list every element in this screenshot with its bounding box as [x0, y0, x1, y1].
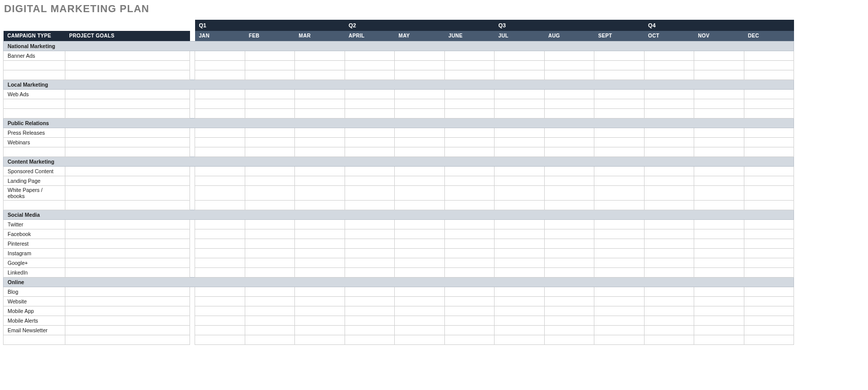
- cell-month[interactable]: [195, 316, 245, 325]
- cell-month[interactable]: [495, 60, 545, 70]
- cell-month[interactable]: [345, 219, 395, 229]
- cell-month[interactable]: [345, 267, 395, 277]
- cell-month[interactable]: [245, 258, 295, 267]
- cell-month[interactable]: [395, 128, 445, 137]
- cell-month[interactable]: [395, 316, 445, 325]
- cell-month[interactable]: [245, 89, 295, 99]
- cell-month[interactable]: [544, 219, 594, 229]
- cell-month[interactable]: [245, 267, 295, 277]
- cell-month[interactable]: [345, 335, 395, 344]
- cell-month[interactable]: [295, 166, 345, 176]
- cell-month[interactable]: [694, 70, 744, 80]
- cell-month[interactable]: [395, 335, 445, 344]
- cell-month[interactable]: [644, 89, 694, 99]
- cell-month[interactable]: [495, 99, 545, 108]
- cell-month[interactable]: [195, 335, 245, 344]
- cell-month[interactable]: [495, 239, 545, 248]
- cell-campaign-type[interactable]: Instagram: [4, 248, 65, 258]
- cell-month[interactable]: [444, 147, 495, 157]
- cell-month[interactable]: [594, 219, 645, 229]
- cell-month[interactable]: [495, 51, 545, 60]
- cell-month[interactable]: [245, 287, 295, 296]
- cell-project-goals[interactable]: [65, 335, 190, 344]
- cell-month[interactable]: [395, 166, 445, 176]
- cell-month[interactable]: [345, 229, 395, 239]
- cell-month[interactable]: [444, 51, 495, 60]
- cell-campaign-type[interactable]: [4, 60, 65, 70]
- cell-month[interactable]: [644, 316, 694, 325]
- cell-month[interactable]: [295, 147, 345, 157]
- cell-month[interactable]: [295, 185, 345, 200]
- cell-month[interactable]: [195, 137, 245, 147]
- cell-month[interactable]: [544, 89, 594, 99]
- cell-project-goals[interactable]: [65, 248, 190, 258]
- cell-project-goals[interactable]: [65, 296, 190, 306]
- cell-month[interactable]: [345, 287, 395, 296]
- cell-month[interactable]: [195, 248, 245, 258]
- cell-month[interactable]: [245, 60, 295, 70]
- cell-month[interactable]: [195, 287, 245, 296]
- cell-month[interactable]: [195, 176, 245, 185]
- cell-month[interactable]: [444, 296, 495, 306]
- cell-month[interactable]: [444, 306, 495, 316]
- cell-month[interactable]: [744, 248, 794, 258]
- cell-project-goals[interactable]: [65, 99, 190, 108]
- cell-month[interactable]: [544, 306, 594, 316]
- cell-month[interactable]: [345, 137, 395, 147]
- cell-month[interactable]: [495, 258, 545, 267]
- cell-month[interactable]: [395, 108, 445, 118]
- cell-month[interactable]: [395, 70, 445, 80]
- cell-campaign-type[interactable]: [4, 70, 65, 80]
- cell-month[interactable]: [744, 306, 794, 316]
- cell-campaign-type[interactable]: Mobile Alerts: [4, 316, 65, 325]
- cell-month[interactable]: [594, 176, 645, 185]
- cell-project-goals[interactable]: [65, 219, 190, 229]
- cell-month[interactable]: [245, 306, 295, 316]
- cell-month[interactable]: [495, 147, 545, 157]
- cell-month[interactable]: [395, 60, 445, 70]
- cell-month[interactable]: [544, 51, 594, 60]
- cell-month[interactable]: [345, 166, 395, 176]
- cell-month[interactable]: [345, 147, 395, 157]
- cell-month[interactable]: [744, 239, 794, 248]
- cell-month[interactable]: [744, 147, 794, 157]
- cell-month[interactable]: [744, 200, 794, 210]
- cell-month[interactable]: [245, 325, 295, 335]
- cell-month[interactable]: [295, 229, 345, 239]
- cell-month[interactable]: [195, 258, 245, 267]
- cell-month[interactable]: [245, 176, 295, 185]
- cell-month[interactable]: [245, 248, 295, 258]
- cell-month[interactable]: [195, 128, 245, 137]
- cell-month[interactable]: [594, 147, 645, 157]
- cell-month[interactable]: [395, 89, 445, 99]
- cell-campaign-type[interactable]: Landing Page: [4, 176, 65, 185]
- cell-month[interactable]: [544, 287, 594, 296]
- cell-month[interactable]: [295, 325, 345, 335]
- cell-month[interactable]: [444, 137, 495, 147]
- cell-month[interactable]: [544, 316, 594, 325]
- cell-month[interactable]: [744, 219, 794, 229]
- cell-month[interactable]: [195, 108, 245, 118]
- cell-campaign-type[interactable]: Mobile App: [4, 306, 65, 316]
- cell-campaign-type[interactable]: LinkedIn: [4, 267, 65, 277]
- cell-project-goals[interactable]: [65, 60, 190, 70]
- cell-month[interactable]: [594, 296, 645, 306]
- cell-month[interactable]: [444, 267, 495, 277]
- cell-month[interactable]: [594, 287, 645, 296]
- cell-month[interactable]: [345, 185, 395, 200]
- cell-month[interactable]: [644, 70, 694, 80]
- cell-month[interactable]: [544, 60, 594, 70]
- cell-month[interactable]: [744, 335, 794, 344]
- cell-month[interactable]: [694, 176, 744, 185]
- cell-month[interactable]: [395, 219, 445, 229]
- cell-month[interactable]: [345, 99, 395, 108]
- cell-month[interactable]: [694, 239, 744, 248]
- cell-project-goals[interactable]: [65, 267, 190, 277]
- cell-campaign-type[interactable]: Google+: [4, 258, 65, 267]
- cell-project-goals[interactable]: [65, 89, 190, 99]
- cell-month[interactable]: [295, 70, 345, 80]
- cell-month[interactable]: [594, 200, 645, 210]
- cell-month[interactable]: [395, 147, 445, 157]
- cell-campaign-type[interactable]: [4, 99, 65, 108]
- cell-month[interactable]: [195, 267, 245, 277]
